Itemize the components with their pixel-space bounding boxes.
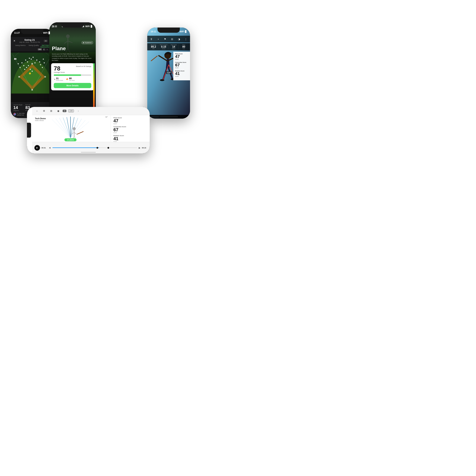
t-dot	[155, 117, 156, 117]
wifi-icon3: WiFi	[180, 30, 184, 33]
mic-icon[interactable]: 🎙	[149, 37, 153, 41]
skip-icon[interactable]: ◄	[49, 146, 51, 149]
flame-icon: 🔥	[66, 78, 68, 80]
rotation-score-p4: 41	[113, 136, 147, 141]
phone4-horizontal: ‹ ⚙ ⊞ ◉ 3D LIVE ↑	[27, 107, 150, 153]
progress-thumb2[interactable]	[107, 147, 109, 149]
expand-icon[interactable]: ⤢	[187, 116, 188, 118]
filter-icon[interactable]: ○	[92, 25, 94, 28]
bookmark-icon[interactable]: ⚑	[163, 37, 167, 41]
demo-label: Tech Demo	[35, 117, 46, 119]
toggle-icon[interactable]: ◑	[177, 37, 181, 41]
needs-work-label: Needs Work	[56, 80, 63, 81]
explained-button[interactable]: ▶ Explained	[82, 41, 93, 44]
svg-point-24	[30, 69, 31, 70]
svg-point-14	[26, 67, 27, 68]
svg-rect-27	[32, 63, 33, 65]
your-best-label: Your Best	[69, 80, 75, 81]
phone1-swing-subtitle: July 08, 2019 · 09:36:52 PM	[16, 41, 44, 43]
back-button-p4[interactable]: ‹	[34, 108, 40, 114]
user-avatar	[13, 113, 16, 116]
menu-icon[interactable]: ☰	[51, 25, 54, 28]
eye-icon-p4[interactable]: ◉	[56, 108, 61, 114]
svg-point-8	[27, 61, 28, 63]
share-icon-p4[interactable]: ↑	[76, 108, 81, 114]
svg-point-12	[39, 61, 40, 63]
t-dot	[152, 117, 152, 117]
p4-scores-panel: Plane Score 47 Score Connection Score 67…	[111, 115, 150, 142]
color-score-strip	[93, 63, 95, 113]
phone3-home-indicator	[159, 116, 178, 117]
distance-badge: 400	[38, 48, 42, 51]
svg-point-6	[29, 58, 30, 59]
needs-work-value: 31	[56, 77, 63, 80]
phone1-time: 11:27	[14, 32, 20, 34]
svg-point-11	[36, 60, 37, 61]
score-basis: Based on 50 Swings	[76, 66, 91, 67]
svg-point-23	[43, 59, 44, 60]
t-dot	[151, 117, 151, 117]
progress-fill	[52, 147, 99, 148]
attack-angle-unit: Degrees	[169, 48, 178, 49]
rotation-score-value: 41	[175, 72, 188, 76]
more-icon3[interactable]: ⋮	[184, 37, 188, 41]
t-dot	[153, 117, 154, 117]
your-best-value: 80	[69, 77, 75, 80]
settings-icon-p4[interactable]: ⚙	[41, 108, 47, 114]
list-view-icon[interactable]: ≡	[47, 48, 48, 51]
tab-swing-quality[interactable]: Swing Quality	[27, 44, 40, 47]
battery-icon3: ▊	[185, 30, 187, 33]
dot-icon[interactable]: ●	[156, 37, 160, 41]
iq-badge: iQ	[14, 58, 16, 60]
p4-toolbar: ‹ ⚙ ⊞ ◉ 3D LIVE ↑	[32, 107, 150, 115]
tab-ball-flight[interactable]: Ball Flight	[40, 44, 51, 47]
remote-icon[interactable]: ▶	[139, 147, 140, 149]
connection-type-p4: Score	[113, 132, 147, 133]
explained-label: Explained	[85, 42, 91, 44]
svg-point-18	[42, 67, 43, 68]
p3-metrics-bar: Bat Speed 85.2 MPH Time to Contact 0.15 …	[147, 43, 190, 51]
field-svg	[11, 53, 53, 94]
on-plane-tag: on plane	[64, 138, 76, 141]
down-trend-icon: ↘	[54, 78, 55, 80]
connection-score-p4: 67	[113, 128, 147, 132]
svg-line-67	[77, 132, 84, 134]
svg-line-59	[70, 120, 85, 138]
wifi-icon: WiFi	[43, 32, 48, 34]
play-button[interactable]: ▶	[34, 145, 40, 151]
bat-name: softball bat	[17, 114, 25, 116]
grid-icon-p4[interactable]: ⊞	[49, 108, 54, 114]
svg-rect-28	[44, 76, 46, 78]
p4-demo-labels: Tech Demo Mako Beast	[34, 117, 47, 122]
p2-plane-title: Plane	[52, 46, 66, 51]
progress-bar[interactable]	[52, 147, 137, 148]
phone2-plane: 8:22 ▲ WiFi ▊ ☰ 04/19/2020 - 04/25/2020 …	[49, 22, 96, 121]
remaining-time: 00:15	[142, 147, 147, 149]
contact-time-value: 0.15	[159, 45, 168, 48]
phone1-close-icon[interactable]: ✕	[13, 39, 16, 42]
svg-point-61	[73, 127, 76, 130]
p2-scorecard: 78 Average Score Based on 50 Swings ↘ 31…	[51, 63, 94, 90]
badge-3d-p4: 3D	[63, 110, 66, 112]
phone1-3d-button[interactable]: 3D	[44, 40, 48, 42]
phone1-ball-flight: 11:27 ▲ WiFi ▊ ✕ Swing 21 July 08, 2019 …	[11, 29, 53, 118]
t-dot	[154, 117, 155, 117]
p4-playback-bar: ▶ 00:31 ◄ ▶ 00:15	[32, 142, 150, 153]
svg-point-33	[66, 34, 70, 38]
average-score-label: Average Score	[54, 71, 65, 73]
plane-score-name: Plane Score	[113, 117, 147, 119]
angle-annotation: -1.5°	[166, 71, 172, 74]
progress-thumb1[interactable]	[97, 147, 98, 149]
grid-view-icon[interactable]: ◧	[43, 48, 45, 51]
rotation-score-name: Rotation Score	[113, 135, 147, 136]
grid-icon[interactable]: ⊟	[170, 37, 174, 41]
more-details-button[interactable]: More Details	[54, 83, 91, 88]
svg-point-16	[24, 69, 25, 70]
phone3-time: 10:11	[151, 30, 156, 33]
average-score: 78	[54, 66, 65, 71]
plane-score-sub: Score	[175, 59, 188, 60]
contact-time-unit: Seconds	[159, 48, 168, 49]
play-icon: ▶	[36, 147, 38, 149]
tab-swing-metrics[interactable]: Swing Metrics	[14, 44, 27, 47]
svg-point-22	[44, 62, 45, 63]
